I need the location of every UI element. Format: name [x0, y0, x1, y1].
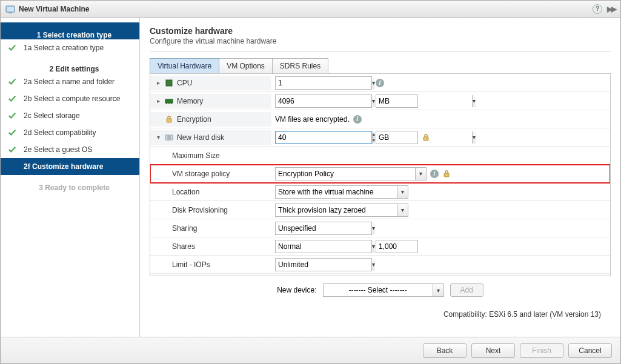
dropdown-arrow-icon[interactable]: ▾: [397, 186, 408, 198]
svg-rect-1: [8, 13, 12, 13]
next-button[interactable]: Next: [471, 343, 515, 358]
wizard-steps: 1 Select creation type 1a Select a creat…: [1, 18, 140, 337]
cpu-select[interactable]: ▾: [275, 76, 372, 90]
dropdown-arrow-icon[interactable]: ▾: [415, 168, 426, 180]
row-cpu: ▸ CPU ▾ i: [150, 74, 610, 92]
storage-policy-select[interactable]: ▾: [275, 167, 427, 180]
row-shares: Shares ▾: [150, 237, 610, 256]
memory-value[interactable]: [276, 95, 371, 107]
lock-icon: [442, 170, 451, 178]
compatibility-text: Compatibility: ESXi 6.5 and later (VM ve…: [150, 304, 611, 323]
provisioning-value: [276, 204, 397, 216]
expand-toggle[interactable]: ▸: [155, 98, 161, 104]
dropdown-arrow-icon[interactable]: ▾: [371, 222, 375, 234]
memory-input[interactable]: ▾: [275, 94, 372, 108]
dialog-footer: Back Next Finish Cancel: [1, 337, 620, 363]
step-1[interactable]: 1 Select creation type: [1, 22, 139, 39]
policy-label: VM storage policy: [172, 170, 230, 178]
tab-vm-options[interactable]: VM Options: [219, 58, 273, 73]
step-2[interactable]: 2 Edit settings: [1, 56, 139, 73]
step-2c[interactable]: 2c Select storage: [1, 107, 139, 124]
expand-toggle[interactable]: ▸: [155, 79, 161, 86]
memory-unit-select[interactable]: ▾: [376, 94, 418, 108]
step-2f[interactable]: 2f Customize hardware: [1, 158, 139, 175]
limit-select[interactable]: ▾: [275, 258, 372, 271]
new-disk-label: New Hard disk: [177, 133, 224, 142]
shares-num-value[interactable]: [376, 240, 472, 253]
new-disk-unit-select[interactable]: ▾: [376, 131, 418, 144]
page-subheading: Configure the virtual machine hardware: [150, 37, 611, 45]
provisioning-label: Disk Provisioning: [172, 206, 228, 214]
svg-rect-6: [170, 103, 170, 104]
shares-number[interactable]: [376, 240, 418, 253]
step-2a[interactable]: 2a Select a name and folder: [1, 73, 139, 90]
check-icon: [8, 128, 16, 137]
help-button[interactable]: ?: [593, 4, 602, 14]
new-disk-size-input[interactable]: ▴▾: [275, 131, 372, 144]
dropdown-arrow-icon[interactable]: ▾: [472, 131, 476, 144]
cancel-button[interactable]: Cancel: [568, 343, 612, 358]
spinner-down-icon[interactable]: ▾: [372, 137, 375, 144]
check-icon: [8, 78, 16, 86]
sharing-label: Sharing: [172, 224, 197, 233]
svg-rect-8: [167, 119, 171, 122]
tab-sdrs-rules[interactable]: SDRS Rules: [272, 58, 328, 73]
page-heading: Customize hardware: [150, 26, 611, 36]
encryption-value: VM files are encrypted.: [275, 115, 350, 124]
spinner-up-icon[interactable]: ▴: [372, 131, 375, 137]
svg-rect-3: [165, 99, 173, 103]
lock-icon: [165, 115, 173, 124]
dropdown-arrow-icon[interactable]: ▾: [371, 77, 375, 89]
new-device-value: [324, 284, 433, 296]
row-encryption: Encryption VM files are encrypted. i: [150, 110, 610, 128]
check-icon: [8, 44, 16, 52]
tab-virtual-hardware[interactable]: Virtual Hardware: [150, 58, 219, 73]
lock-icon: [422, 133, 430, 142]
finish-button: Finish: [520, 343, 563, 358]
dropdown-arrow-icon[interactable]: ▾: [397, 204, 408, 216]
dropdown-arrow-icon[interactable]: ▾: [472, 95, 476, 107]
shares-label: Shares: [172, 242, 195, 251]
disk-icon: [165, 133, 173, 142]
cpu-value[interactable]: [276, 77, 371, 89]
dropdown-arrow-icon[interactable]: ▾: [371, 240, 375, 253]
expand-button[interactable]: ▶▶: [607, 5, 616, 13]
info-icon[interactable]: i: [376, 79, 384, 87]
memory-label: Memory: [177, 97, 203, 105]
limit-label: Limit - IOPs: [172, 260, 210, 269]
hardware-grid[interactable]: ▸ CPU ▾ i: [150, 74, 610, 276]
dropdown-arrow-icon[interactable]: ▾: [433, 284, 443, 296]
location-select[interactable]: ▾: [275, 185, 408, 199]
provisioning-select[interactable]: ▾: [275, 204, 408, 217]
row-new-hard-disk: ▾ New Hard disk ▴▾ ▾: [150, 128, 610, 147]
dropdown-arrow-icon[interactable]: ▾: [371, 95, 375, 107]
new-disk-value[interactable]: [276, 131, 371, 144]
step-3: 3 Ready to complete: [1, 175, 139, 192]
new-device-select[interactable]: ▾: [323, 283, 444, 297]
max-size-label: Maximum Size: [172, 151, 220, 160]
step-1a[interactable]: 1a Select a creation type: [1, 39, 139, 56]
new-device-row: New device: ▾ Add: [150, 276, 611, 304]
dropdown-arrow-icon[interactable]: ▾: [371, 259, 375, 271]
step-2d[interactable]: 2d Select compatibility: [1, 124, 139, 141]
add-device-button: Add: [450, 283, 483, 297]
svg-rect-2: [166, 80, 172, 86]
policy-value: [276, 168, 415, 180]
info-icon[interactable]: i: [353, 115, 362, 124]
svg-rect-5: [168, 103, 168, 104]
step-2b[interactable]: 2b Select a compute resource: [1, 90, 139, 107]
row-vm-storage-policy: VM storage policy ▾ i: [150, 165, 610, 183]
step-2e[interactable]: 2e Select a guest OS: [1, 141, 139, 158]
expand-toggle[interactable]: ▾: [155, 134, 161, 141]
check-icon: [8, 145, 16, 154]
shares-select[interactable]: ▾: [275, 240, 372, 253]
sharing-select[interactable]: ▾: [275, 222, 372, 235]
info-icon[interactable]: i: [430, 170, 439, 178]
cpu-icon: [165, 79, 173, 87]
location-value: [276, 186, 397, 198]
row-location: Location ▾: [150, 183, 610, 201]
back-button[interactable]: Back: [423, 343, 467, 358]
memory-unit-value: [376, 95, 472, 107]
divider: [150, 51, 611, 52]
memory-icon: [165, 97, 173, 105]
